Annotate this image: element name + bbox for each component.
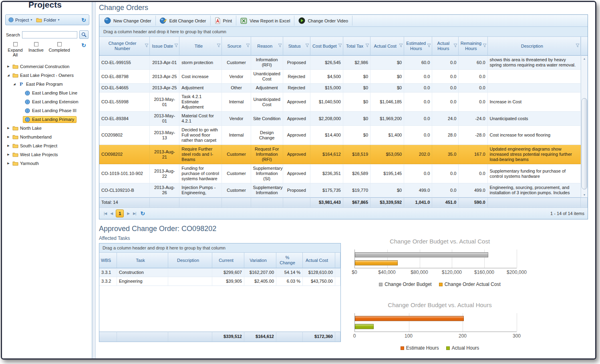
column-header-change-order-number[interactable]: Change Order Number [99,37,150,56]
scroll-down-button[interactable]: ▼ [581,192,588,197]
inactive-checkbox[interactable] [34,42,38,46]
column-header-status[interactable]: Status [283,37,310,56]
table-row[interactable]: CO0982022013-Aug-21Require Further steel… [99,145,581,164]
table-row[interactable]: CO-EL-893842013-May-01Material Cost for … [99,112,581,126]
filter-icon[interactable] [365,44,369,49]
refresh-projects-button[interactable]: ↻ [80,16,88,24]
table-row[interactable]: CO-EL-9991552013-Apr-01storm protectionC… [99,56,581,70]
cell: Approved [283,145,310,164]
table-row[interactable]: 3.3.2Engineering$39,905$2,405.006.03 %$4… [99,277,340,286]
expander-icon[interactable]: ▶ [6,135,11,139]
column-header-reason[interactable]: Reason [251,37,283,56]
expander-icon[interactable]: ▶ [6,127,11,130]
filter-icon[interactable] [246,44,250,49]
tree-node-east-landing-phase-iii[interactable]: East Landing Phase III [23,107,79,114]
filter-icon[interactable] [305,44,309,49]
refresh-grid-button[interactable]: ↻ [140,211,145,216]
cell: Task 4.2.1 Estimate Adjustment [179,93,222,112]
scrollbar-thumb[interactable] [582,98,587,189]
filter-icon[interactable] [483,44,487,49]
expand-all-checkbox[interactable] [13,42,18,46]
tree-node-yarmouth[interactable]: Yarmouth [11,160,41,167]
filter-icon[interactable] [338,44,342,49]
tree-node-north-lake[interactable]: North Lake [11,125,44,131]
column-header-cost-budget[interactable]: Cost Budget [310,37,343,56]
completed-checkbox[interactable] [57,42,62,46]
filter-icon[interactable] [145,44,149,49]
filter-icon[interactable] [217,44,221,49]
search-button[interactable] [79,30,89,39]
column-header-actual-cost[interactable]: Actual Cost [303,253,335,268]
folder-menu-button[interactable]: Folder ▾ [34,17,61,23]
previous-page-button[interactable]: ◀ [109,211,114,216]
filter-icon[interactable] [174,44,178,49]
tree-node-east-landing-primary[interactable]: East Landing Primary [23,116,77,123]
change-order-video-button[interactable]: Change Order Video [294,16,352,26]
table-row[interactable]: CO-EL-546652013-Apr-25AdjustmentOtherAdj… [99,84,581,93]
hours-chart: Change Order Budget vs. Actual Hours 010… [346,302,534,351]
edit-change-order-button[interactable]: Edit Change Order [156,16,211,26]
column-header-task[interactable]: Task [117,253,168,268]
tree-node-commercial-construction[interactable]: Commercial Construction [11,63,72,70]
table-row[interactable]: CO-EL-559982013-May-01Task 4.2.1 Estimat… [99,93,581,112]
column-header-label: Description [521,44,543,48]
last-page-button[interactable]: ▶| [132,211,137,216]
next-page-button[interactable]: ▶ [126,211,131,216]
column-header-actual-cost[interactable]: Actual Cost [370,37,404,56]
column-header-description[interactable]: Description [488,37,581,56]
column-header-title[interactable]: Title [179,37,222,56]
view-report-in-excel-button[interactable]: View Report in Excel [236,16,294,26]
column-header-estimated-hours[interactable]: Estimated Hours [404,37,432,56]
charts-panel: Change Order Budget vs. Actual Cost $0$4… [346,235,534,358]
filter-icon[interactable] [427,44,431,49]
tree-node-west-lake-projects[interactable]: West Lake Projects [11,151,60,158]
column-header-source[interactable]: Source [222,37,251,56]
table-row[interactable]: CO2098022013-May-13Decided to go with Fu… [99,126,581,145]
new-change-order-button[interactable]: New Change Order [100,16,156,26]
tree-node-east-landing-extension[interactable]: East Landing Extension [23,99,81,105]
tree-node-northumberland[interactable]: Northumberland [11,134,54,140]
print-button[interactable]: Print [211,16,237,26]
table-row[interactable]: CO-CL109210-B2013-Aug-26Injection Pumps … [99,183,581,197]
column-header-description[interactable]: Description [168,253,212,268]
expander-icon[interactable]: ◢ [12,82,17,86]
column-header-variation[interactable]: Variation [244,253,276,268]
table-row[interactable]: CO-1019-101.10-9022013-Aug-22Funding for… [99,164,581,183]
table-row[interactable]: CO-EL-887982013-Apr-25Cost increaseVendo… [99,70,581,84]
expander-icon[interactable]: ▶ [6,153,11,156]
expander-icon[interactable]: ◢ [6,74,11,77]
column-header-current[interactable]: Current [212,253,244,268]
expander-icon[interactable]: ▶ [6,162,11,165]
vertical-scrollbar[interactable]: ▲ ▼ [581,37,588,197]
search-input[interactable] [22,31,77,38]
refresh-tree-button[interactable]: ↻ [81,42,86,48]
first-page-button[interactable]: |◀ [103,211,108,216]
total-cell [276,332,303,342]
filter-icon[interactable] [453,44,457,49]
column-header-change[interactable]: % Change [276,253,303,268]
filter-icon[interactable] [576,44,580,49]
tree-node-east-lake-project-owners[interactable]: East Lake Project - Owners [11,72,76,78]
column-header-remaining-hours[interactable]: Remaining Hours [459,37,487,56]
project-menu-button[interactable]: Project ▾ [7,16,34,23]
column-header-wbs[interactable]: WBS [99,253,117,268]
scroll-up-button[interactable]: ▲ [581,56,588,61]
expander-icon[interactable]: ▶ [6,144,11,147]
tree-node-south-lake-project[interactable]: South Lake Project [11,143,60,149]
column-header-actual-hours[interactable]: Actual Hours [432,37,459,56]
tree-node-east-pike-program[interactable]: PEast Pike Program [17,80,65,88]
cell: 0.0 [404,112,432,126]
actual-hours-legend-item: Actual Hours [446,345,479,351]
total-cell: $164,612 [244,332,276,342]
filter-icon[interactable] [399,44,403,49]
cell: Funding for purchase of control systems … [179,164,222,183]
scrollbar-track[interactable]: ▲ ▼ [581,56,588,197]
filter-icon[interactable] [278,44,282,49]
table-row[interactable]: 3.3.1Construction$299,607$162,207.0054.1… [99,268,340,277]
panel-splitter[interactable] [92,2,96,358]
expander-icon[interactable]: ▶ [6,65,11,68]
tree-node-east-landing-blue-line[interactable]: East Landing Blue Line [23,90,80,97]
column-header-total-tax[interactable]: Total Tax [343,37,370,56]
column-header-issue-date[interactable]: Issue Date [150,37,179,56]
current-page-button[interactable]: 1 [116,209,124,217]
